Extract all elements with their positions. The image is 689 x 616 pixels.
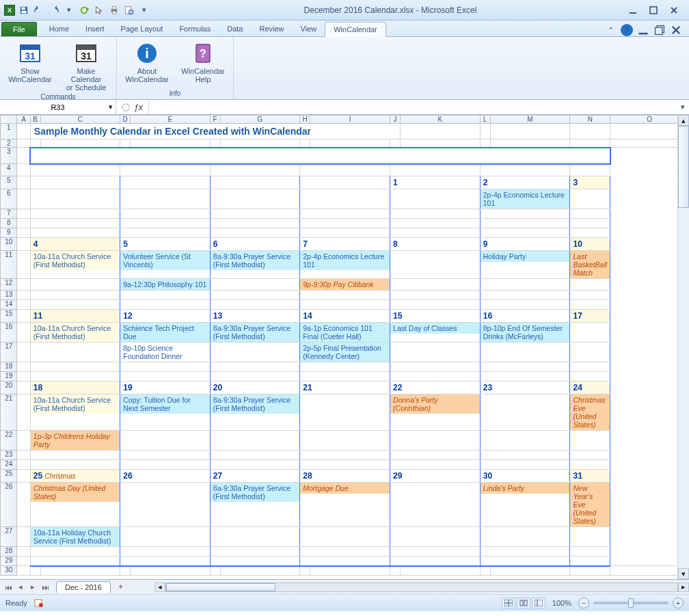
row-header[interactable]: 7 [1, 209, 17, 219]
calendar-cell[interactable] [480, 527, 570, 547]
calendar-cell[interactable] [30, 189, 120, 209]
col-header-E[interactable]: E [131, 116, 211, 124]
calendar-cell[interactable] [390, 343, 481, 362]
calendar-cell[interactable] [480, 279, 570, 291]
show-wc-button[interactable]: 31ShowWinCalendar [5, 40, 55, 83]
calendar-cell[interactable] [30, 176, 120, 189]
qat-print-icon[interactable] [108, 4, 120, 16]
calendar-cell[interactable] [570, 343, 610, 362]
calendar-cell[interactable]: 10a-11a Church Service (First Methodist) [30, 251, 120, 279]
weekday-header[interactable]: Friday [480, 164, 570, 176]
view-layout-icon[interactable] [517, 598, 530, 608]
calendar-cell[interactable]: Linda's Party [480, 483, 570, 527]
calendar-cell[interactable]: 27 [210, 470, 299, 483]
calendar-cell[interactable] [390, 547, 481, 557]
calendar-cell[interactable]: 31 [570, 470, 610, 483]
row-header[interactable]: 2 [1, 139, 17, 148]
worksheet-area[interactable]: ABCDEFGHIJKLMNO1Sample Monthly Calendar … [0, 115, 689, 580]
calendar-cell[interactable] [300, 228, 390, 238]
calendar-cell[interactable] [390, 451, 481, 460]
calendar-cell[interactable] [480, 228, 570, 238]
calendar-cell[interactable] [300, 291, 390, 300]
calendar-cell[interactable]: 8p-10p End Of Semester Drinks (McFarleys… [480, 323, 570, 343]
row-header[interactable]: 13 [1, 291, 17, 300]
calendar-cell[interactable]: 25 Christmas [30, 470, 120, 483]
calendar-cell[interactable] [120, 547, 211, 557]
calendar-cell[interactable]: 1p-3p Childrens Holiday Party [30, 431, 120, 451]
col-header-F[interactable]: F [210, 116, 220, 124]
minimize-button[interactable] [626, 5, 640, 16]
calendar-cell[interactable] [570, 189, 610, 209]
calendar-cell[interactable] [480, 557, 570, 566]
row-header[interactable]: 1 [1, 124, 17, 139]
sheet-nav-prev-icon[interactable]: ◂ [15, 582, 26, 593]
calendar-cell[interactable] [390, 189, 481, 209]
cell[interactable] [40, 566, 120, 576]
calendar-cell[interactable]: 2p-5p Final Presentation (Kennedy Center… [300, 343, 390, 362]
calendar-cell[interactable] [120, 460, 211, 470]
calendar-cell[interactable] [390, 228, 481, 238]
calendar-cell[interactable] [570, 557, 610, 566]
weekday-header[interactable]: Thursday [390, 164, 481, 176]
row-header[interactable]: 15 [1, 310, 17, 323]
cell[interactable] [310, 566, 390, 576]
calendar-cell[interactable]: 21 [300, 381, 390, 394]
calendar-cell[interactable]: 29 [390, 470, 481, 483]
calendar-cell[interactable] [300, 300, 390, 310]
scroll-left-icon[interactable]: ◂ [154, 582, 165, 592]
calendar-cell[interactable] [120, 431, 211, 451]
sheet-tab-active[interactable]: Dec - 2016 [56, 581, 111, 593]
name-box-dropdown-icon[interactable]: ▾ [109, 103, 113, 111]
cell[interactable] [220, 566, 300, 576]
calendar-cell[interactable] [480, 460, 570, 470]
cell[interactable] [570, 566, 610, 576]
calendar-cell[interactable]: 14 [300, 310, 390, 323]
calendar-cell[interactable]: 26 [120, 470, 211, 483]
cell[interactable] [400, 139, 480, 148]
scroll-up-icon[interactable]: ▴ [678, 115, 689, 126]
zoom-out-icon[interactable]: − [578, 598, 589, 608]
weekday-header[interactable]: Saturday [570, 164, 610, 176]
calendar-cell[interactable] [300, 219, 390, 228]
calendar-cell[interactable]: 18 [30, 381, 120, 394]
calendar-cell[interactable] [570, 527, 610, 547]
col-header-A[interactable]: A [17, 116, 30, 124]
calendar-cell[interactable] [210, 228, 299, 238]
row-header[interactable]: 6 [1, 189, 17, 209]
row-header[interactable]: 8 [1, 219, 17, 228]
about-wc-button[interactable]: iAboutWinCalendar [122, 40, 172, 83]
calendar-cell[interactable] [390, 362, 481, 372]
calendar-cell[interactable]: 8a-9:30a Prayer Service (First Methodist… [210, 323, 299, 343]
cell[interactable] [210, 566, 220, 576]
vertical-scrollbar[interactable]: ▴ ▾ [677, 115, 689, 579]
formula-expand-icon[interactable]: ▾ [677, 103, 689, 111]
calendar-cell[interactable] [480, 343, 570, 362]
formula-input[interactable] [149, 100, 677, 114]
calendar-cell[interactable]: 1 [390, 176, 481, 189]
calendar-cell[interactable] [390, 460, 481, 470]
calendar-cell[interactable]: 4 [30, 238, 120, 251]
calendar-cell[interactable]: 9a-12:30p Philosophy 101 [120, 279, 211, 291]
calendar-cell[interactable] [210, 527, 299, 547]
calendar-cell[interactable]: 10a-11a Church Service (First Methodist) [30, 394, 120, 431]
calendar-cell[interactable] [210, 189, 299, 209]
col-header-J[interactable]: J [390, 116, 401, 124]
calendar-cell[interactable] [480, 209, 570, 219]
weekday-header[interactable]: Monday [120, 164, 211, 176]
calendar-cell[interactable]: 2p-4p Economics Lecture 101 [300, 251, 390, 279]
calendar-cell[interactable] [210, 176, 299, 189]
row-header[interactable]: 20 [1, 381, 17, 394]
cell[interactable] [390, 139, 401, 148]
calendar-cell[interactable] [390, 209, 481, 219]
calendar-cell[interactable] [210, 291, 299, 300]
row-header[interactable]: 9 [1, 228, 17, 238]
calendar-cell[interactable] [390, 372, 481, 381]
insert-sheet-icon[interactable]: ✦ [115, 581, 127, 593]
maximize-button[interactable] [647, 5, 660, 16]
calendar-cell[interactable] [120, 483, 211, 527]
calendar-cell[interactable]: Schience Tech Project Due [120, 323, 211, 343]
cell[interactable] [490, 566, 570, 576]
calendar-cell[interactable]: Volunteer Service (St Vincents) [120, 251, 211, 279]
calendar-cell[interactable] [30, 362, 120, 372]
cell[interactable] [40, 139, 120, 148]
